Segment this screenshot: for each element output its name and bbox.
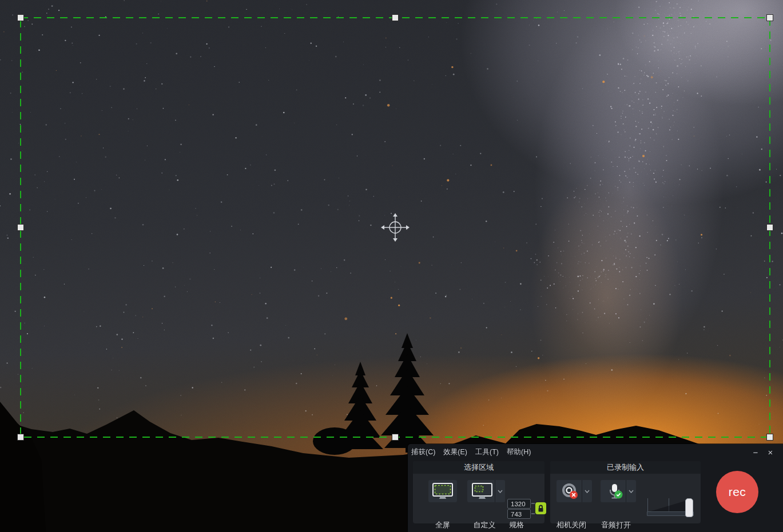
chevron-down-icon (629, 490, 634, 493)
recorder-toolbar: 捕获(C) 效果(E) 工具(T) 帮助(H) − × 选择区域 全屏 (408, 444, 783, 532)
audio-toggle-button[interactable] (601, 480, 636, 502)
handle-top-right[interactable] (767, 15, 773, 21)
fullscreen-label: 全屏 (435, 520, 450, 530)
camera-off-icon (562, 483, 579, 500)
camera-dropdown[interactable] (582, 480, 592, 502)
select-area-title: 选择区域 (413, 461, 544, 474)
volume-ramp (648, 499, 690, 512)
handle-middle-left[interactable] (18, 225, 24, 231)
menu-capture[interactable]: 捕获(C) (411, 447, 435, 457)
audio-status-label: 音频打开 (601, 520, 631, 530)
select-area-section: 选择区域 全屏 自定义 (413, 461, 544, 523)
lock-icon (538, 505, 544, 512)
close-button[interactable]: × (766, 448, 775, 457)
custom-area-button[interactable] (467, 480, 505, 502)
handle-top-middle[interactable] (392, 15, 399, 21)
height-input[interactable] (507, 509, 531, 519)
recorded-inputs-section: 已录制输入 相机关闭 (550, 461, 701, 523)
camera-status-label: 相机关闭 (557, 520, 586, 530)
custom-monitor-icon (471, 482, 493, 501)
menu-effects[interactable]: 效果(E) (443, 447, 467, 457)
menu-help[interactable]: 帮助(H) (507, 447, 531, 457)
fullscreen-monitor-icon (432, 482, 454, 501)
dimensions-label: 规格 (509, 520, 524, 530)
minimize-button[interactable]: − (751, 448, 760, 457)
custom-area-dropdown[interactable] (495, 480, 505, 502)
handle-top-left[interactable] (18, 15, 24, 21)
handle-bottom-middle[interactable] (392, 434, 399, 441)
handle-bottom-right[interactable] (767, 434, 773, 441)
move-crosshair-icon[interactable] (381, 213, 410, 242)
recorded-inputs-title: 已录制输入 (550, 461, 701, 474)
chevron-down-icon (498, 490, 503, 493)
fullscreen-button[interactable] (428, 480, 457, 502)
chevron-down-icon (585, 490, 590, 493)
menubar: 捕获(C) 效果(E) 工具(T) 帮助(H) − × (408, 444, 783, 460)
lock-aspect-button[interactable] (535, 502, 546, 514)
handle-bottom-left[interactable] (18, 434, 24, 441)
width-input[interactable] (507, 499, 531, 509)
record-button[interactable]: rec (716, 471, 758, 513)
handle-middle-right[interactable] (767, 225, 773, 231)
microphone-on-icon (607, 483, 624, 500)
audio-dropdown[interactable] (626, 480, 636, 502)
menu-tools[interactable]: 工具(T) (475, 447, 499, 457)
custom-area-label: 自定义 (474, 520, 496, 530)
camera-toggle-button[interactable] (557, 480, 592, 502)
audio-level-slider[interactable] (647, 497, 694, 520)
volume-slider-handle[interactable] (685, 498, 693, 517)
